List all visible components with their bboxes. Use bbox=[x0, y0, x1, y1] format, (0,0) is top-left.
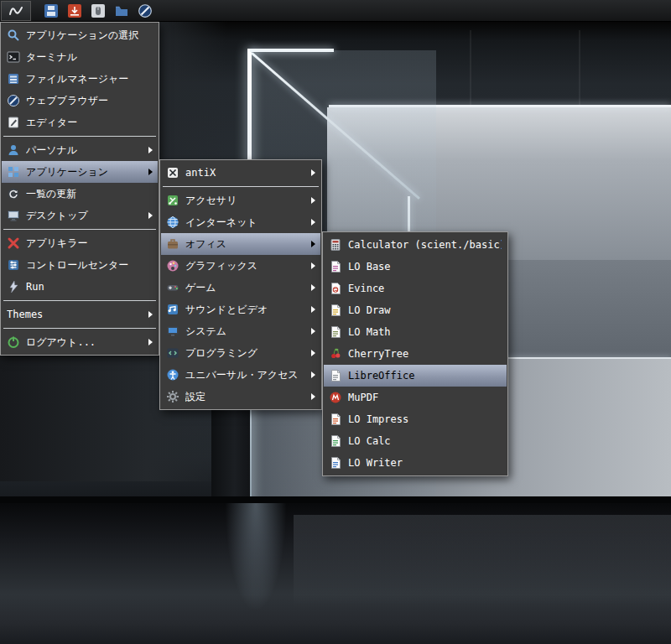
menu-item-internet[interactable]: インターネット bbox=[161, 211, 320, 233]
menu-item-antix[interactable]: antiX bbox=[161, 162, 320, 184]
menu-item-personal[interactable]: パーソナル bbox=[2, 139, 158, 161]
desktop[interactable]: アプリケーションの選択ターミナルファイルマネージャーウェブブラウザーエディターパ… bbox=[0, 0, 671, 644]
desktop-icon bbox=[7, 209, 20, 222]
taskbar bbox=[0, 0, 671, 22]
menu-item-mupdf[interactable]: MuPDF bbox=[324, 387, 507, 408]
calculator-icon bbox=[329, 238, 342, 252]
evince-icon bbox=[329, 282, 342, 295]
taskbar-launchers bbox=[39, 2, 157, 20]
mouse-icon bbox=[91, 3, 106, 18]
submenu-arrow-icon bbox=[311, 284, 315, 291]
wallpaper-horizontal-light-top bbox=[250, 49, 334, 52]
submenu-arrow-icon bbox=[311, 262, 315, 269]
menu-item-label: ウェブブラウザー bbox=[26, 94, 153, 108]
menu-item-desktop[interactable]: デスクトップ bbox=[2, 205, 158, 226]
menu-item-editor[interactable]: エディター bbox=[2, 112, 158, 133]
menu-separator bbox=[163, 186, 319, 187]
taskbar-launcher-5[interactable] bbox=[136, 2, 154, 20]
menu-item-label: LO Math bbox=[348, 326, 502, 338]
taskbar-launcher-2[interactable] bbox=[65, 2, 84, 20]
wallpaper-floor-reflection bbox=[225, 503, 287, 612]
control-center-icon bbox=[7, 258, 20, 272]
menu-item-office[interactable]: オフィス bbox=[161, 233, 320, 255]
office-submenu: Calculator (scient./basic)LO BaseEvinceL… bbox=[322, 231, 508, 476]
menu-item-label: ログアウト... bbox=[26, 335, 139, 350]
accessories-icon bbox=[166, 194, 179, 207]
settings-icon bbox=[166, 390, 179, 403]
submenu-arrow-icon bbox=[311, 169, 315, 176]
libreoffice-icon bbox=[329, 369, 342, 382]
menu-item-terminal[interactable]: ターミナル bbox=[2, 46, 158, 68]
taskbar-launcher-1[interactable] bbox=[42, 2, 60, 20]
submenu-arrow-icon bbox=[311, 393, 315, 400]
menu-item-settings[interactable]: 設定 bbox=[161, 386, 320, 408]
menu-item-lo-calc[interactable]: LO Calc bbox=[324, 430, 507, 452]
menu-item-calculator[interactable]: Calculator (scient./basic) bbox=[324, 234, 507, 256]
menu-logo-icon bbox=[8, 3, 24, 19]
menu-item-evince[interactable]: Evince bbox=[324, 278, 507, 299]
kill-icon bbox=[7, 236, 20, 250]
menu-item-games[interactable]: ゲーム bbox=[161, 277, 320, 299]
window-icon bbox=[44, 3, 59, 18]
menu-item-accessories[interactable]: アクセサリ bbox=[161, 190, 320, 211]
menu-item-universal-access[interactable]: ユニバーサル・アクセス bbox=[161, 364, 320, 386]
submenu-arrow-icon bbox=[148, 212, 153, 219]
menu-button[interactable] bbox=[1, 1, 31, 21]
menu-item-app-killer[interactable]: アプリキラー bbox=[2, 232, 158, 254]
menu-item-lo-writer[interactable]: LO Writer bbox=[324, 452, 507, 474]
file-manager-icon bbox=[7, 72, 20, 86]
menu-item-label: アプリケーション bbox=[26, 165, 139, 179]
browser-icon bbox=[7, 94, 20, 107]
menu-item-programming[interactable]: プログラミング bbox=[161, 342, 320, 364]
menu-item-label: Calculator (scient./basic) bbox=[348, 239, 502, 251]
menu-item-label: antiX bbox=[185, 167, 302, 179]
menu-item-label: エディター bbox=[26, 116, 153, 130]
menu-item-libreoffice[interactable]: LibreOffice bbox=[324, 365, 507, 387]
menu-item-lo-base[interactable]: LO Base bbox=[324, 256, 507, 278]
cherrytree-icon bbox=[329, 347, 342, 361]
lo-writer-icon bbox=[329, 456, 342, 470]
menu-item-file-manager[interactable]: ファイルマネージャー bbox=[2, 68, 158, 90]
taskbar-launcher-3[interactable] bbox=[89, 2, 107, 20]
menu-item-system[interactable]: システム bbox=[161, 320, 320, 342]
menu-item-control-center[interactable]: コントロールセンター bbox=[2, 254, 158, 276]
menu-item-themes[interactable]: Themes bbox=[2, 304, 158, 325]
lo-draw-icon bbox=[329, 304, 342, 317]
menu-item-label: Run bbox=[26, 281, 153, 293]
menu-item-label: コントロールセンター bbox=[26, 258, 153, 273]
menu-item-label: アクセサリ bbox=[185, 194, 302, 208]
root-menu: アプリケーションの選択ターミナルファイルマネージャーウェブブラウザーエディターパ… bbox=[0, 22, 159, 356]
logout-icon bbox=[7, 335, 20, 349]
menu-item-sound-video[interactable]: サウンドとビデオ bbox=[161, 299, 320, 320]
menu-separator bbox=[3, 328, 156, 329]
menu-item-web-browser[interactable]: ウェブブラウザー bbox=[2, 90, 158, 112]
menu-item-lo-impress[interactable]: LO Impress bbox=[324, 408, 507, 430]
menu-item-run[interactable]: Run bbox=[2, 276, 158, 298]
menu-item-label: 設定 bbox=[185, 390, 302, 404]
menu-item-lo-draw[interactable]: LO Draw bbox=[324, 299, 507, 321]
submenu-arrow-icon bbox=[148, 147, 153, 153]
menu-item-label: ターミナル bbox=[26, 50, 153, 65]
submenu-arrow-icon bbox=[311, 241, 315, 247]
search-icon bbox=[7, 29, 20, 42]
apps-icon bbox=[7, 165, 20, 179]
menu-item-app-select[interactable]: アプリケーションの選択 bbox=[2, 24, 158, 46]
menu-item-label: LO Writer bbox=[348, 457, 502, 469]
menu-item-label: ゲーム bbox=[185, 281, 302, 295]
taskbar-launcher-4[interactable] bbox=[112, 2, 131, 20]
menu-item-label: Themes bbox=[7, 309, 139, 320]
menu-item-refresh-list[interactable]: 一覧の更新 bbox=[2, 183, 158, 205]
system-icon bbox=[166, 325, 179, 338]
menu-item-graphics[interactable]: グラフィックス bbox=[161, 255, 320, 277]
menu-item-cherrytree[interactable]: CherryTree bbox=[324, 343, 507, 365]
menu-item-label: LO Impress bbox=[348, 413, 502, 425]
menu-item-logout[interactable]: ログアウト... bbox=[2, 331, 158, 353]
submenu-arrow-icon bbox=[311, 328, 315, 335]
menu-separator bbox=[3, 300, 156, 301]
menu-item-lo-math[interactable]: LO Math bbox=[324, 321, 507, 343]
menu-item-label: Evince bbox=[348, 283, 502, 294]
menu-item-label: LO Draw bbox=[348, 304, 502, 316]
internet-icon bbox=[166, 216, 179, 229]
menu-item-label: プログラミング bbox=[185, 346, 302, 361]
menu-item-applications[interactable]: アプリケーション bbox=[2, 161, 158, 183]
